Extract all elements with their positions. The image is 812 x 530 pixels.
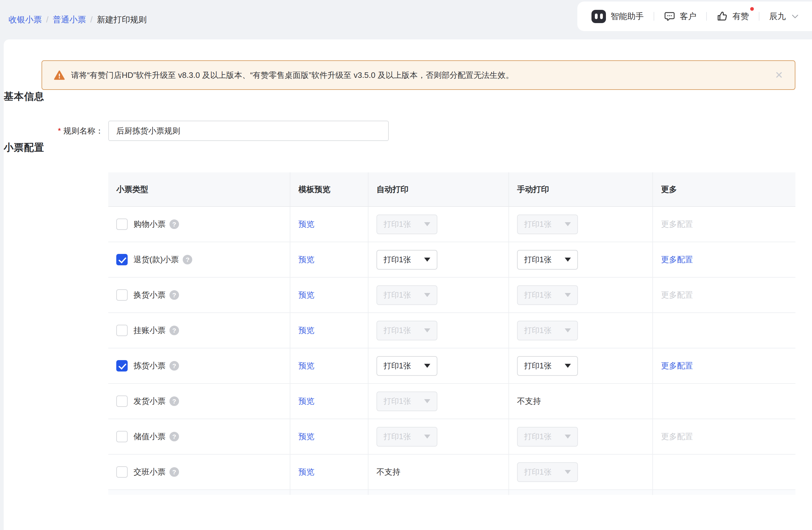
more-config-link[interactable]: 更多配置 bbox=[661, 254, 693, 265]
receipt-type-checkbox[interactable] bbox=[116, 325, 128, 336]
rule-name-label-text: 规则名称： bbox=[63, 126, 103, 136]
more-cell: 更多配置 bbox=[653, 207, 795, 242]
auto-print-select: 打印1张 bbox=[376, 285, 437, 305]
more-cell bbox=[653, 384, 795, 419]
table-row: 挂账小票 ? 预览 打印1张 打印1张 bbox=[108, 313, 795, 348]
manual-print-select: 打印1张 bbox=[517, 285, 578, 305]
breadcrumb-link-normal-receipt[interactable]: 普通小票 bbox=[53, 14, 86, 25]
help-icon[interactable]: ? bbox=[170, 467, 179, 477]
manual-print-cell: 打印1张 bbox=[509, 313, 653, 348]
more-cell: 更多配置 bbox=[653, 242, 795, 277]
preview-link[interactable]: 预览 bbox=[298, 219, 314, 229]
manual-print-select-value: 打印1张 bbox=[524, 325, 551, 335]
rule-name-form-row: *规则名称： bbox=[4, 121, 812, 141]
partial-cell bbox=[368, 490, 509, 495]
caret-down-icon bbox=[424, 435, 430, 438]
receipt-type-checkbox[interactable] bbox=[116, 466, 128, 478]
column-header-more: 更多 bbox=[653, 172, 795, 206]
table-row: 发货小票 ? 预览 打印1张 不支持 bbox=[108, 384, 795, 419]
receipt-type-label: 交班小票 bbox=[133, 466, 165, 477]
receipt-type-label: 挂账小票 bbox=[133, 325, 165, 336]
help-icon[interactable]: ? bbox=[183, 255, 192, 264]
help-icon[interactable]: ? bbox=[170, 220, 179, 229]
help-icon[interactable]: ? bbox=[170, 432, 179, 441]
assistant-robot-icon bbox=[592, 10, 606, 23]
manual-print-select[interactable]: 打印1张 bbox=[517, 356, 578, 376]
receipt-type-checkbox[interactable] bbox=[116, 431, 128, 442]
help-icon[interactable]: ? bbox=[170, 326, 179, 335]
receipt-type-label: 拣货小票 bbox=[133, 360, 165, 371]
preview-link[interactable]: 预览 bbox=[298, 431, 314, 442]
auto-print-select[interactable]: 打印1张 bbox=[376, 356, 437, 376]
receipt-type-cell: 储值小票 ? bbox=[108, 419, 290, 454]
customer-menu-item[interactable]: 客户 bbox=[664, 11, 696, 22]
user-menu[interactable]: 辰九 bbox=[769, 11, 798, 22]
table-header-row: 小票类型 模板预览 自动打印 手动打印 更多 bbox=[108, 172, 795, 207]
caret-down-icon bbox=[424, 293, 430, 297]
table-row: 换货小票 ? 预览 打印1张 打印1张 更多配置 bbox=[108, 278, 795, 313]
youzan-label: 有赞 bbox=[733, 11, 749, 22]
manual-print-select[interactable]: 打印1张 bbox=[517, 250, 578, 270]
column-header-template-preview: 模板预览 bbox=[290, 172, 368, 206]
auto-print-unsupported-text: 不支持 bbox=[376, 466, 401, 477]
caret-down-icon bbox=[565, 222, 571, 226]
template-preview-cell: 预览 bbox=[290, 313, 368, 348]
manual-print-select-value: 打印1张 bbox=[524, 290, 551, 300]
preview-link[interactable]: 预览 bbox=[298, 325, 314, 336]
auto-print-cell: 打印1张 bbox=[368, 348, 509, 383]
youzan-menu-item[interactable]: 有赞 bbox=[717, 11, 749, 22]
auto-print-select: 打印1张 bbox=[376, 391, 437, 411]
receipt-type-checkbox[interactable] bbox=[116, 289, 128, 301]
section-title-receipt-config: 小票配置 bbox=[4, 141, 812, 154]
manual-print-cell: 打印1张 bbox=[509, 419, 653, 454]
user-name: 辰九 bbox=[769, 11, 786, 22]
receipt-type-cell: 购物小票 ? bbox=[108, 207, 290, 242]
upgrade-warning-banner: 请将“有赞门店HD”软件升级至 v8.3.0 及以上版本、“有赞零售桌面版”软件… bbox=[42, 60, 795, 90]
assistant-label: 智能助手 bbox=[611, 11, 644, 22]
auto-print-select-value: 打印1张 bbox=[383, 254, 411, 265]
top-bar-right: 智能助手 客户 有赞 辰九 bbox=[577, 2, 812, 31]
top-bar: 收银小票 / 普通小票 / 新建打印规则 智能助手 客户 有赞 bbox=[0, 0, 812, 39]
manual-print-cell: 打印1张 bbox=[509, 207, 653, 242]
assistant-menu-item[interactable]: 智能助手 bbox=[592, 10, 644, 23]
caret-down-icon bbox=[565, 364, 571, 368]
preview-link[interactable]: 预览 bbox=[298, 254, 314, 265]
breadcrumb-link-receipts[interactable]: 收银小票 bbox=[9, 14, 42, 25]
close-icon[interactable]: ✕ bbox=[775, 70, 783, 80]
help-icon[interactable]: ? bbox=[170, 290, 179, 300]
more-config-link[interactable]: 更多配置 bbox=[661, 360, 693, 371]
more-config-disabled-text: 更多配置 bbox=[661, 290, 693, 301]
preview-link[interactable]: 预览 bbox=[298, 466, 314, 477]
auto-print-select-value: 打印1张 bbox=[383, 361, 411, 371]
receipt-type-label: 退货(款)小票 bbox=[133, 254, 179, 265]
breadcrumb-current-page: 新建打印规则 bbox=[97, 14, 147, 25]
notification-dot bbox=[750, 7, 754, 11]
help-icon[interactable]: ? bbox=[170, 396, 179, 406]
template-preview-cell: 预览 bbox=[290, 384, 368, 419]
more-cell: 更多配置 bbox=[653, 419, 795, 454]
receipt-type-label: 购物小票 bbox=[133, 219, 165, 229]
receipt-type-checkbox[interactable] bbox=[116, 219, 128, 230]
table-body: 购物小票 ? 预览 打印1张 打印1张 更多配置 退货(款)小票 ? 预览 打印… bbox=[108, 207, 795, 495]
more-cell: 更多配置 bbox=[653, 278, 795, 312]
auto-print-select-value: 打印1张 bbox=[383, 290, 411, 300]
caret-down-icon bbox=[424, 257, 430, 262]
receipt-type-checkbox[interactable] bbox=[116, 254, 128, 265]
receipt-type-checkbox[interactable] bbox=[116, 360, 128, 372]
caret-down-icon bbox=[424, 399, 430, 403]
help-icon[interactable]: ? bbox=[170, 361, 179, 371]
preview-link[interactable]: 预览 bbox=[298, 290, 314, 301]
rule-name-input[interactable] bbox=[108, 121, 389, 141]
manual-print-cell: 打印1张 bbox=[509, 278, 653, 312]
preview-link[interactable]: 预览 bbox=[298, 360, 314, 371]
auto-print-select-value: 打印1张 bbox=[383, 396, 411, 406]
preview-link[interactable]: 预览 bbox=[298, 396, 314, 407]
more-cell bbox=[653, 455, 795, 489]
partial-cell bbox=[290, 490, 368, 495]
auto-print-select[interactable]: 打印1张 bbox=[376, 250, 437, 270]
receipt-type-checkbox[interactable] bbox=[116, 395, 128, 407]
template-preview-cell: 预览 bbox=[290, 242, 368, 277]
auto-print-cell: 不支持 bbox=[368, 455, 509, 489]
manual-print-cell: 打印1张 bbox=[509, 242, 653, 277]
receipt-type-cell: 挂账小票 ? bbox=[108, 313, 290, 348]
